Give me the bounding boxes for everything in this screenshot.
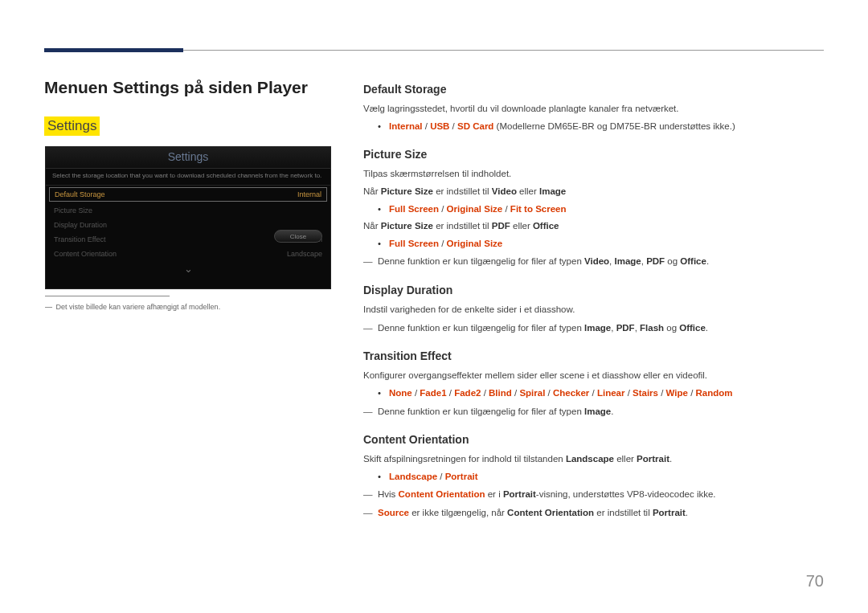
- settings-panel-screenshot: Settings Select the storage location tha…: [45, 146, 331, 289]
- option-transition-effect: None / Fade1 / Fade2 / Blind / Spiral / …: [378, 386, 820, 400]
- model-footnote: Det viste billede kan variere afhængigt …: [45, 303, 220, 311]
- panel-row-content-orientation: Content OrientationLandscape: [46, 247, 330, 261]
- body-transition-effect: Konfigurer overgangseffekter mellem side…: [363, 369, 820, 383]
- close-button: Close: [274, 230, 322, 243]
- option-content-orientation: Landscape / Portrait: [378, 470, 820, 484]
- heading-picture-size: Picture Size: [363, 148, 820, 161]
- panel-description: Select the storage location that you wan…: [46, 169, 330, 186]
- heading-default-storage: Default Storage: [363, 83, 820, 96]
- body-picture-size-2: Når Picture Size er indstillet til Video…: [363, 185, 820, 199]
- heading-content-orientation: Content Orientation: [363, 433, 820, 446]
- option-picture-size-video: Full Screen / Original Size / Fit to Scr…: [378, 202, 820, 216]
- note-transition-effect: Denne funktion er kun tilgængelig for fi…: [363, 405, 820, 419]
- panel-row-default-storage: Default Storage Internal: [49, 187, 327, 202]
- body-display-duration: Indstil varigheden for de enkelte sider …: [363, 303, 820, 317]
- page-title: Menuen Settings på siden Player: [44, 78, 308, 97]
- panel-title: Settings: [46, 147, 330, 169]
- body-default-storage: Vælg lagringsstedet, hvortil du vil down…: [363, 102, 820, 116]
- note-content-orientation-2: Source er ikke tilgængelig, når Content …: [363, 506, 820, 521]
- chevron-down-icon: ⌄: [46, 261, 330, 275]
- body-picture-size-1: Tilpas skærmstørrelsen til indholdet.: [363, 167, 820, 182]
- note-content-orientation-1: Hvis Content Orientation er i Portrait-v…: [363, 488, 820, 502]
- note-display-duration: Denne funktion er kun tilgængelig for fi…: [363, 321, 820, 336]
- page-number: 70: [806, 572, 824, 591]
- subtitle-settings: Settings: [44, 116, 100, 136]
- content-column: Default Storage Vælg lagringsstedet, hvo…: [363, 78, 820, 525]
- heading-transition-effect: Transition Effect: [363, 349, 820, 362]
- option-picture-size-pdf: Full Screen / Original Size: [378, 237, 820, 251]
- heading-display-duration: Display Duration: [363, 284, 820, 296]
- panel-row-picture-size: Picture Size: [46, 203, 330, 218]
- option-default-storage: Internal / USB / SD Card (Modellerne DM6…: [378, 120, 820, 133]
- body-content-orientation: Skift afspilningsretningen for indhold t…: [363, 452, 820, 467]
- body-picture-size-3: Når Picture Size er indstillet til PDF e…: [363, 219, 820, 234]
- note-picture-size: Denne funktion er kun tilgængelig for fi…: [363, 255, 820, 269]
